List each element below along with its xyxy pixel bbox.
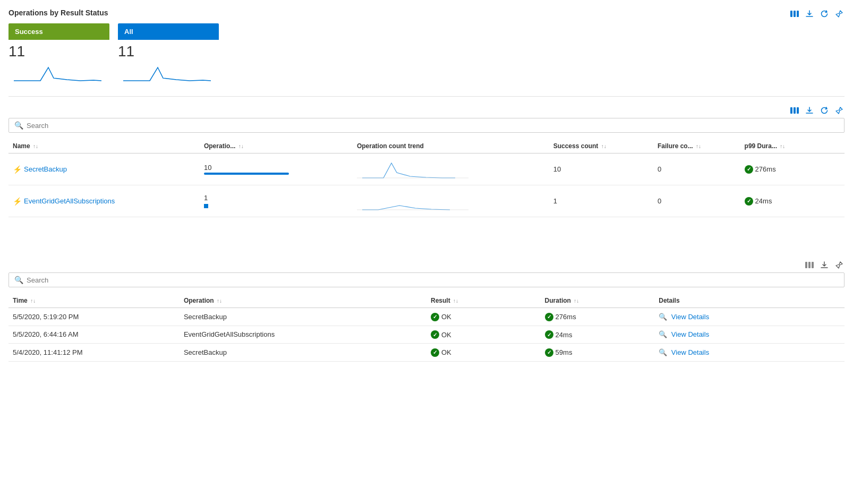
p99-value: 24ms (755, 197, 772, 205)
op-name-text[interactable]: EventGridGetAllSubscriptions (24, 197, 115, 205)
sort-icon-result[interactable]: ↑↓ (453, 298, 458, 304)
success-card[interactable]: Success 11 (8, 23, 109, 83)
download-icon-3[interactable] (819, 260, 830, 270)
col-header-time[interactable]: Time ↑↓ (8, 294, 180, 308)
col-header-success[interactable]: Success count ↑↓ (549, 139, 653, 153)
time-cell: 5/5/2020, 6:44:16 AM (8, 326, 180, 344)
page-container: Operations by Result Status (0, 0, 853, 370)
check-icon: ✓ (745, 197, 753, 206)
sort-icon-duration[interactable]: ↑↓ (574, 298, 579, 304)
trend-bar (204, 173, 289, 175)
col-header-opcount[interactable]: Operatio... ↑↓ (200, 139, 353, 153)
download-icon-2[interactable] (804, 105, 815, 116)
duration-status: ✓ 59ms (545, 348, 573, 357)
result-cell: ✓ OK (426, 308, 541, 326)
success-card-header: Success (8, 23, 109, 40)
result-cell: ✓ OK (426, 344, 541, 362)
download-icon[interactable] (804, 8, 815, 19)
sort-icon-p99[interactable]: ↑↓ (780, 143, 785, 149)
col-header-duration[interactable]: Duration ↑↓ (541, 294, 655, 308)
details-cell: 🔍 View Details (654, 326, 845, 344)
sort-icon-success[interactable]: ↑↓ (601, 143, 607, 149)
table-row: 5/5/2020, 5:19:20 PM SecretBackup ✓ OK ✓… (8, 308, 845, 326)
view-details-link[interactable]: View Details (671, 313, 709, 321)
duration-check-icon: ✓ (545, 313, 553, 321)
op-name-cell: ⚡ SecretBackup (8, 153, 200, 185)
success-count-value: 10 (553, 165, 561, 173)
divider-1 (8, 96, 845, 97)
pin-icon[interactable] (834, 8, 845, 19)
col-header-trend[interactable]: Operation count trend (353, 139, 549, 153)
status-cards: Success 11 All 11 (8, 23, 845, 83)
third-toolbar (8, 260, 845, 270)
trend-cell (353, 185, 549, 217)
refresh-icon-2[interactable] (819, 105, 830, 116)
col-header-result[interactable]: Result ↑↓ (426, 294, 541, 308)
columns-icon-2[interactable] (789, 105, 800, 116)
result-value: OK (441, 313, 451, 321)
svg-rect-8 (805, 262, 807, 268)
operations-table: Name ↑↓ Operatio... ↑↓ Operation count t… (8, 139, 845, 217)
col-header-failure[interactable]: Failure co... ↑↓ (653, 139, 740, 153)
col-header-details: Details (654, 294, 845, 308)
sort-icon-failure[interactable]: ↑↓ (696, 143, 701, 149)
operation-cell: SecretBackup (180, 344, 426, 362)
op-count-cell: 1 (200, 185, 353, 217)
result-status: ✓ OK (431, 348, 451, 357)
success-count-value: 1 (553, 197, 557, 205)
p99-value: 276ms (755, 165, 776, 173)
sort-icon-name[interactable]: ↑↓ (33, 143, 38, 149)
search-icon-details: 🔍 (659, 330, 667, 338)
view-details-link[interactable]: View Details (671, 330, 709, 338)
failure-count-cell: 0 (653, 153, 740, 185)
duration-value: 59ms (556, 348, 573, 356)
p99-status: ✓ 24ms (745, 197, 772, 206)
all-sparkline (118, 62, 219, 83)
col-header-name[interactable]: Name ↑↓ (8, 139, 200, 153)
columns-icon[interactable] (789, 8, 800, 19)
check-icon: ✓ (745, 165, 753, 174)
top-search-input[interactable] (27, 122, 839, 130)
failure-count-cell: 0 (653, 185, 740, 217)
op-name-text[interactable]: SecretBackup (24, 165, 67, 173)
top-search-bar[interactable]: 🔍 (8, 118, 845, 133)
bottom-search-input[interactable] (27, 276, 839, 284)
trend-cell (353, 153, 549, 185)
result-status: ✓ OK (431, 313, 451, 321)
duration-value: 24ms (556, 331, 573, 339)
details-cell: 🔍 View Details (654, 308, 845, 326)
svg-rect-4 (794, 107, 796, 114)
sort-icon-opcount[interactable]: ↑↓ (238, 143, 244, 149)
table-row: ⚡ EventGridGetAllSubscriptions 1 1 (8, 185, 845, 217)
all-card-count: 11 (118, 43, 219, 60)
op-count-value: 1 (204, 194, 348, 202)
pin-icon-3[interactable] (834, 260, 845, 270)
op-count-cell: 10 (200, 153, 353, 185)
time-cell: 5/5/2020, 5:19:20 PM (8, 308, 180, 326)
col-header-operation[interactable]: Operation ↑↓ (180, 294, 426, 308)
section-title: Operations by Result Status (8, 8, 108, 17)
view-details-link[interactable]: View Details (671, 348, 709, 356)
bottom-search-bar[interactable]: 🔍 (8, 272, 845, 287)
failure-count-value: 0 (658, 197, 661, 205)
result-value: OK (441, 348, 451, 356)
svg-rect-10 (812, 262, 814, 268)
duration-check-icon: ✓ (545, 330, 553, 339)
search-icon-details: 🔍 (659, 348, 667, 356)
second-toolbar (8, 105, 845, 116)
refresh-icon[interactable] (819, 8, 830, 19)
columns-icon-3[interactable] (804, 260, 815, 270)
all-card[interactable]: All 11 (118, 23, 219, 83)
col-header-p99[interactable]: p99 Dura... ↑↓ (740, 139, 845, 153)
all-card-header: All (118, 23, 219, 40)
sort-icon-operation[interactable]: ↑↓ (217, 298, 222, 304)
result-check-icon: ✓ (431, 330, 439, 339)
time-value: 5/5/2020, 5:19:20 PM (13, 313, 79, 321)
sort-icon-time[interactable]: ↑↓ (30, 298, 36, 304)
result-check-icon: ✓ (431, 348, 439, 357)
operation-value: SecretBackup (184, 348, 227, 356)
p99-status: ✓ 276ms (745, 165, 776, 174)
duration-cell: ✓ 276ms (541, 308, 655, 326)
pin-icon-2[interactable] (834, 105, 845, 116)
time-value: 5/5/2020, 6:44:16 AM (13, 330, 79, 338)
